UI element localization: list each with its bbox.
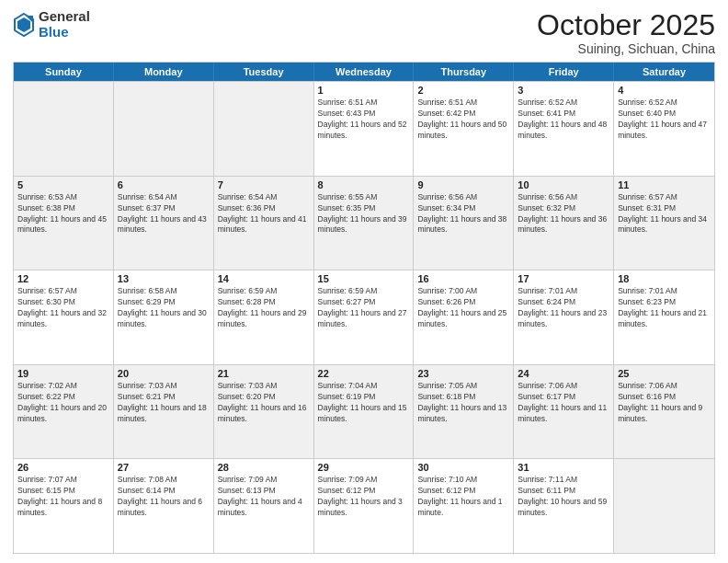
- calendar-cell: 19Sunrise: 7:02 AM Sunset: 6:22 PM Dayli…: [14, 365, 114, 459]
- calendar-cell: 5Sunrise: 6:53 AM Sunset: 6:38 PM Daylig…: [14, 177, 114, 270]
- calendar-cell: 18Sunrise: 7:01 AM Sunset: 6:23 PM Dayli…: [614, 270, 714, 364]
- day-number: 2: [417, 85, 509, 96]
- calendar-header: SundayMondayTuesdayWednesdayThursdayFrid…: [14, 63, 714, 81]
- weekday-header: Wednesday: [314, 63, 415, 81]
- day-number: 6: [118, 179, 210, 190]
- day-number: 1: [318, 85, 410, 96]
- day-info: Sunrise: 7:10 AM Sunset: 6:12 PM Dayligh…: [417, 475, 509, 519]
- day-number: 25: [618, 368, 711, 379]
- calendar-cell: 21Sunrise: 7:03 AM Sunset: 6:20 PM Dayli…: [214, 365, 314, 459]
- day-number: 9: [417, 179, 509, 190]
- calendar-cell: 13Sunrise: 6:58 AM Sunset: 6:29 PM Dayli…: [114, 270, 214, 364]
- calendar-cell: 9Sunrise: 6:56 AM Sunset: 6:34 PM Daylig…: [414, 177, 514, 270]
- calendar-cell: [614, 459, 714, 553]
- weekday-header: Friday: [514, 63, 614, 81]
- calendar-cell: 31Sunrise: 7:11 AM Sunset: 6:11 PM Dayli…: [514, 459, 614, 553]
- day-info: Sunrise: 7:06 AM Sunset: 6:17 PM Dayligh…: [518, 381, 609, 425]
- calendar-cell: 11Sunrise: 6:57 AM Sunset: 6:31 PM Dayli…: [614, 177, 714, 270]
- month-title: October 2025: [537, 9, 715, 41]
- day-number: 27: [118, 462, 210, 473]
- calendar-cell: 30Sunrise: 7:10 AM Sunset: 6:12 PM Dayli…: [414, 459, 514, 553]
- calendar-cell: 8Sunrise: 6:55 AM Sunset: 6:35 PM Daylig…: [314, 177, 415, 270]
- day-number: 21: [218, 368, 310, 379]
- day-info: Sunrise: 7:07 AM Sunset: 6:15 PM Dayligh…: [17, 475, 109, 519]
- logo-text: General Blue: [39, 9, 90, 40]
- day-info: Sunrise: 6:52 AM Sunset: 6:41 PM Dayligh…: [518, 98, 609, 142]
- day-info: Sunrise: 7:06 AM Sunset: 6:16 PM Dayligh…: [618, 381, 711, 425]
- day-info: Sunrise: 6:57 AM Sunset: 6:30 PM Dayligh…: [17, 286, 109, 330]
- day-number: 28: [218, 462, 310, 473]
- day-number: 17: [518, 273, 609, 284]
- calendar-cell: 22Sunrise: 7:04 AM Sunset: 6:19 PM Dayli…: [314, 365, 415, 459]
- calendar-cell: 20Sunrise: 7:03 AM Sunset: 6:21 PM Dayli…: [114, 365, 214, 459]
- calendar-cell: [114, 82, 214, 176]
- day-number: 5: [17, 179, 109, 190]
- day-number: 10: [518, 179, 609, 190]
- day-info: Sunrise: 7:11 AM Sunset: 6:11 PM Dayligh…: [518, 475, 609, 519]
- day-info: Sunrise: 6:59 AM Sunset: 6:27 PM Dayligh…: [318, 286, 410, 330]
- day-info: Sunrise: 7:01 AM Sunset: 6:23 PM Dayligh…: [618, 286, 711, 330]
- day-number: 18: [618, 273, 711, 284]
- day-info: Sunrise: 7:09 AM Sunset: 6:13 PM Dayligh…: [218, 475, 310, 519]
- calendar-cell: 23Sunrise: 7:05 AM Sunset: 6:18 PM Dayli…: [414, 365, 514, 459]
- day-number: 20: [118, 368, 210, 379]
- day-info: Sunrise: 6:56 AM Sunset: 6:32 PM Dayligh…: [518, 192, 609, 236]
- day-number: 12: [17, 273, 109, 284]
- day-info: Sunrise: 6:51 AM Sunset: 6:42 PM Dayligh…: [417, 98, 509, 142]
- day-info: Sunrise: 6:56 AM Sunset: 6:34 PM Dayligh…: [417, 192, 509, 236]
- calendar-row: 1Sunrise: 6:51 AM Sunset: 6:43 PM Daylig…: [14, 81, 714, 176]
- weekday-header: Sunday: [14, 63, 114, 81]
- calendar-cell: 10Sunrise: 6:56 AM Sunset: 6:32 PM Dayli…: [514, 177, 614, 270]
- day-info: Sunrise: 7:01 AM Sunset: 6:24 PM Dayligh…: [518, 286, 609, 330]
- calendar-cell: 27Sunrise: 7:08 AM Sunset: 6:14 PM Dayli…: [114, 459, 214, 553]
- calendar-cell: 14Sunrise: 6:59 AM Sunset: 6:28 PM Dayli…: [214, 270, 314, 364]
- day-info: Sunrise: 7:05 AM Sunset: 6:18 PM Dayligh…: [417, 381, 509, 425]
- day-number: 31: [518, 462, 609, 473]
- calendar-cell: 25Sunrise: 7:06 AM Sunset: 6:16 PM Dayli…: [614, 365, 714, 459]
- day-number: 13: [118, 273, 210, 284]
- svg-marker-1: [17, 17, 30, 32]
- logo: General Blue: [13, 9, 90, 40]
- day-info: Sunrise: 6:55 AM Sunset: 6:35 PM Dayligh…: [318, 192, 410, 236]
- day-number: 16: [417, 273, 509, 284]
- calendar-cell: [214, 82, 314, 176]
- calendar-cell: 26Sunrise: 7:07 AM Sunset: 6:15 PM Dayli…: [14, 459, 114, 553]
- calendar-cell: 3Sunrise: 6:52 AM Sunset: 6:41 PM Daylig…: [514, 82, 614, 176]
- day-number: 8: [318, 179, 410, 190]
- day-info: Sunrise: 6:57 AM Sunset: 6:31 PM Dayligh…: [618, 192, 711, 236]
- calendar-cell: 29Sunrise: 7:09 AM Sunset: 6:12 PM Dayli…: [314, 459, 415, 553]
- day-info: Sunrise: 6:52 AM Sunset: 6:40 PM Dayligh…: [618, 98, 711, 142]
- day-info: Sunrise: 6:51 AM Sunset: 6:43 PM Dayligh…: [318, 98, 410, 142]
- calendar-cell: 16Sunrise: 7:00 AM Sunset: 6:26 PM Dayli…: [414, 270, 514, 364]
- day-number: 3: [518, 85, 609, 96]
- day-info: Sunrise: 7:00 AM Sunset: 6:26 PM Dayligh…: [417, 286, 509, 330]
- day-info: Sunrise: 6:58 AM Sunset: 6:29 PM Dayligh…: [118, 286, 210, 330]
- calendar-body: 1Sunrise: 6:51 AM Sunset: 6:43 PM Daylig…: [14, 81, 714, 553]
- day-number: 26: [17, 462, 109, 473]
- day-number: 7: [218, 179, 310, 190]
- day-info: Sunrise: 7:08 AM Sunset: 6:14 PM Dayligh…: [118, 475, 210, 519]
- day-number: 22: [318, 368, 410, 379]
- calendar-row: 19Sunrise: 7:02 AM Sunset: 6:22 PM Dayli…: [14, 364, 714, 459]
- calendar-cell: 6Sunrise: 6:54 AM Sunset: 6:37 PM Daylig…: [114, 177, 214, 270]
- weekday-header: Saturday: [614, 63, 714, 81]
- calendar-cell: 12Sunrise: 6:57 AM Sunset: 6:30 PM Dayli…: [14, 270, 114, 364]
- day-info: Sunrise: 7:03 AM Sunset: 6:20 PM Dayligh…: [218, 381, 310, 425]
- day-info: Sunrise: 6:59 AM Sunset: 6:28 PM Dayligh…: [218, 286, 310, 330]
- day-info: Sunrise: 6:54 AM Sunset: 6:36 PM Dayligh…: [218, 192, 310, 236]
- calendar-cell: 15Sunrise: 6:59 AM Sunset: 6:27 PM Dayli…: [314, 270, 415, 364]
- day-info: Sunrise: 7:04 AM Sunset: 6:19 PM Dayligh…: [318, 381, 410, 425]
- calendar-cell: 24Sunrise: 7:06 AM Sunset: 6:17 PM Dayli…: [514, 365, 614, 459]
- day-number: 24: [518, 368, 609, 379]
- calendar-cell: [14, 82, 114, 176]
- weekday-header: Monday: [114, 63, 214, 81]
- calendar-row: 5Sunrise: 6:53 AM Sunset: 6:38 PM Daylig…: [14, 176, 714, 270]
- day-number: 30: [417, 462, 509, 473]
- calendar-cell: 28Sunrise: 7:09 AM Sunset: 6:13 PM Dayli…: [214, 459, 314, 553]
- header: General Blue October 2025 Suining, Sichu…: [13, 9, 715, 56]
- calendar: SundayMondayTuesdayWednesdayThursdayFrid…: [13, 62, 715, 554]
- day-number: 23: [417, 368, 509, 379]
- title-block: October 2025 Suining, Sichuan, China: [537, 9, 715, 56]
- day-info: Sunrise: 6:54 AM Sunset: 6:37 PM Dayligh…: [118, 192, 210, 236]
- page: General Blue October 2025 Suining, Sichu…: [0, 0, 728, 563]
